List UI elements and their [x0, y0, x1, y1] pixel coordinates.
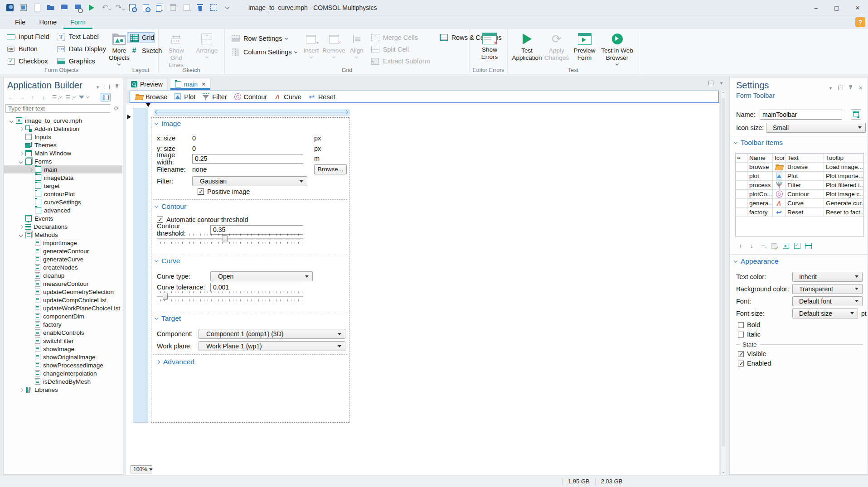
row-settings-button[interactable]: Row Settings	[228, 33, 300, 44]
show-errors-button[interactable]: Show Errors	[473, 30, 506, 61]
cell-text[interactable]: Curve	[786, 199, 824, 208]
positive-image-checkbox[interactable]	[198, 188, 204, 195]
component-dropdown[interactable]: Component 1 (comp1) (3D)	[199, 329, 345, 339]
new-file-icon[interactable]	[31, 2, 43, 14]
font-dropdown[interactable]: Default font	[792, 296, 863, 306]
curve-tolerance-slider[interactable]	[157, 291, 303, 304]
select-region-icon[interactable]	[208, 2, 220, 14]
tree-filter-input[interactable]	[5, 104, 110, 113]
collapse-section-icon[interactable]	[155, 258, 158, 262]
expand-section-icon[interactable]	[156, 360, 160, 364]
contour-threshold-input[interactable]	[210, 225, 303, 235]
move-up-icon[interactable]: ↑	[736, 242, 745, 250]
slider-thumb[interactable]	[163, 293, 168, 300]
cell-tooltip[interactable]: Load image...	[824, 163, 863, 172]
tree-item-declarations[interactable]: Declarations	[4, 222, 122, 231]
tab-file[interactable]: File	[8, 15, 32, 29]
tree-item-imagedata[interactable]: imageData	[4, 174, 122, 182]
table-row-plot[interactable]: plot Plot Plot importe...	[736, 172, 863, 181]
tree-item-componentdim[interactable]: componentDim	[4, 312, 122, 320]
run-application-icon[interactable]	[85, 2, 97, 14]
curve-type-dropdown[interactable]: Open	[210, 271, 313, 281]
tree-item-updategeometryselection[interactable]: updateGeometrySelection	[4, 288, 122, 296]
tree-item-isdefinedbymesh[interactable]: isDefinedByMesh	[4, 377, 122, 386]
section-target[interactable]: Target	[155, 314, 181, 323]
cell-name[interactable]: plot	[747, 172, 773, 181]
tree-item-showimage[interactable]: showImage	[4, 345, 122, 353]
tree-item-showoriginalimage[interactable]: showOriginalImage	[4, 353, 122, 361]
close-tab-icon[interactable]: ✕	[201, 81, 206, 87]
curve-tolerance-input[interactable]	[210, 283, 303, 292]
text-color-dropdown[interactable]: Inherit	[792, 272, 863, 282]
tree-item-enablecontrols[interactable]: enableControls	[4, 328, 122, 337]
font-size-dropdown[interactable]: Default size	[792, 309, 858, 318]
close-button[interactable]: ✕	[847, 0, 868, 15]
add-separator-icon[interactable]	[804, 242, 813, 250]
move-down-icon[interactable]: ↓	[39, 93, 48, 101]
editor-menu-icon[interactable]: ▾	[718, 80, 725, 86]
show-grid-lines-button[interactable]: Show Grid Lines	[162, 30, 190, 67]
cell-name[interactable]: factory	[747, 208, 773, 217]
section-image[interactable]: Image	[155, 120, 181, 128]
enabled-checkbox[interactable]	[738, 361, 744, 366]
tab-main[interactable]: main ✕	[170, 78, 211, 90]
cell-tooltip[interactable]: Plot image c...	[824, 190, 863, 199]
tree-item-curvesettings[interactable]: curveSettings	[4, 198, 122, 206]
icon-size-dropdown[interactable]: Small	[766, 123, 866, 133]
expand-arrow-icon[interactable]	[17, 125, 25, 133]
bold-checkbox[interactable]	[738, 322, 744, 328]
tab-home[interactable]: Home	[32, 15, 63, 29]
collapse-arrow-icon[interactable]	[8, 117, 15, 125]
auto-threshold-checkbox[interactable]	[157, 217, 163, 223]
filter-nodes-icon[interactable]	[77, 93, 86, 101]
tree-item-measurecontour[interactable]: measureContour	[4, 280, 122, 288]
align-button[interactable]: Align	[349, 30, 364, 67]
help-button[interactable]: ?	[855, 17, 865, 27]
cell-text[interactable]: Reset	[786, 208, 824, 217]
tree-item-importimage[interactable]: importImage	[4, 239, 122, 247]
tree-item-advanced[interactable]: advanced	[4, 206, 122, 214]
cell-tooltip[interactable]: Plot filtered i...	[824, 181, 863, 190]
table-empty-area[interactable]	[736, 217, 863, 236]
ribbon-button-input-field[interactable]: Input Field	[4, 31, 52, 42]
column-header-name[interactable]: Name	[747, 154, 773, 163]
remove-button[interactable]: Remove	[322, 30, 345, 67]
visible-checkbox[interactable]	[738, 351, 744, 357]
panel-menu-icon[interactable]: ▾	[94, 84, 101, 90]
ribbon-button-checkbox[interactable]: Checkbox	[4, 56, 52, 67]
table-row-browse[interactable]: browse Browse Load image...	[736, 163, 863, 172]
image-width-input[interactable]	[192, 154, 303, 164]
section-advanced[interactable]: Advanced	[157, 358, 194, 366]
float-icon[interactable]	[837, 85, 844, 91]
tree-item-cleanup[interactable]: cleanup	[4, 271, 122, 280]
copy-icon[interactable]	[153, 2, 165, 14]
tree-item-switchfilter[interactable]: switchFilter	[4, 337, 122, 345]
close-icon[interactable]: ✕	[857, 85, 864, 91]
toolbar-button-reset[interactable]: Reset	[305, 92, 338, 101]
panel-menu-icon[interactable]: ▾	[827, 85, 834, 91]
toolbar-button-curve[interactable]: Curve	[271, 92, 304, 101]
tree-item-main[interactable]: main	[4, 165, 122, 174]
tree-item-showprocessedimage[interactable]: showProcessedImage	[4, 361, 122, 369]
scroll-down-icon[interactable]: ⌄	[722, 469, 725, 474]
add-toggle-item-icon[interactable]	[793, 242, 801, 250]
undo-icon[interactable]	[99, 2, 111, 14]
pin-icon[interactable]	[847, 85, 854, 91]
refresh-icon[interactable]: ⟳	[112, 105, 121, 112]
sketch-button[interactable]: Sketch	[127, 45, 155, 56]
tree-item-methods[interactable]: Methods	[4, 231, 122, 239]
collapse-arrow-icon[interactable]	[17, 158, 25, 165]
editor-scrollbar[interactable]: ⌃ ⌄	[720, 91, 726, 475]
chevron-down-icon[interactable]	[59, 95, 62, 98]
cell-text[interactable]: Filter	[786, 181, 824, 190]
browse-file-button[interactable]: Browse...	[314, 164, 347, 174]
section-toolbar-items[interactable]: Toolbar Items	[734, 139, 783, 147]
redo-icon[interactable]	[112, 2, 125, 14]
tree-item-updatecompchoicelist[interactable]: updateCompChoiceList	[4, 296, 122, 304]
tree-item-main-window[interactable]: Main Window	[4, 149, 122, 157]
preview-all-icon[interactable]	[140, 2, 152, 14]
collapse-all-icon[interactable]	[63, 93, 73, 101]
delete-item-icon[interactable]	[759, 242, 767, 250]
bg-color-dropdown[interactable]: Transparent	[792, 284, 863, 294]
italic-checkbox[interactable]	[738, 332, 744, 338]
